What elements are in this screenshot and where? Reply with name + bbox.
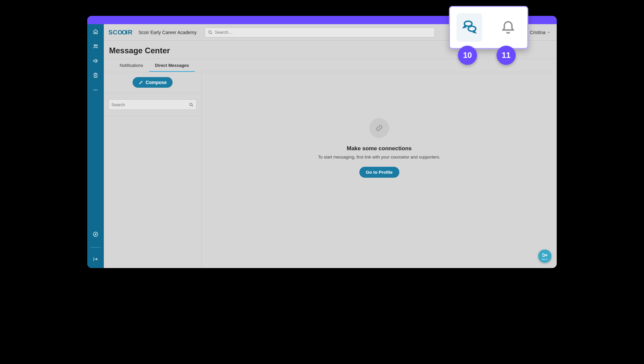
tab-notifications[interactable]: Notifications — [114, 59, 149, 72]
infinity-icon — [542, 252, 548, 258]
compose-label: Compose — [146, 80, 167, 85]
chevron-down-icon — [547, 30, 551, 34]
logo[interactable]: SCOOIR — [107, 29, 134, 36]
compose-button[interactable]: Compose — [133, 77, 173, 88]
help-button[interactable]: HELP — [538, 250, 551, 263]
content: Message Center Notifications Direct Mess… — [104, 41, 557, 268]
go-to-profile-button[interactable]: Go to Profile — [359, 167, 399, 178]
pencil-icon — [139, 80, 143, 85]
chat-icon — [462, 20, 477, 35]
conversation-search-input[interactable] — [111, 102, 187, 107]
compass-icon[interactable] — [93, 231, 99, 239]
conversation-search[interactable] — [108, 99, 197, 110]
more-icon[interactable] — [93, 87, 99, 94]
svg-point-4 — [95, 90, 96, 90]
empty-subtitle: To start messaging, first link with your… — [318, 155, 440, 159]
search-icon — [208, 30, 213, 35]
message-area: Make some connections To start messaging… — [202, 72, 557, 268]
people-icon[interactable] — [93, 43, 99, 51]
bell-icon — [501, 20, 516, 35]
annotation-badge-10: 10 — [458, 46, 477, 65]
help-label: HELP — [542, 258, 548, 260]
svg-point-5 — [97, 90, 97, 90]
link-icon — [375, 124, 383, 132]
collapse-icon[interactable] — [93, 256, 99, 263]
tab-direct-messages[interactable]: Direct Messages — [149, 59, 195, 72]
conversations-panel: Compose — [104, 72, 202, 268]
global-search-input[interactable] — [215, 30, 432, 35]
search-icon — [189, 102, 194, 107]
svg-point-6 — [93, 232, 98, 237]
user-menu[interactable]: Cristina — [530, 30, 551, 35]
annotation-popover — [449, 6, 528, 49]
svg-point-8 — [190, 103, 192, 106]
svg-point-1 — [96, 45, 98, 46]
clipboard-icon[interactable] — [93, 72, 99, 80]
app-window: SCOOIR Scoir Early Career Academy Cristi… — [87, 16, 557, 268]
megaphone-icon[interactable] — [93, 58, 99, 65]
org-name: Scoir Early Career Academy — [139, 30, 197, 35]
annotation-badge-11: 11 — [497, 46, 516, 65]
notifications-tile[interactable] — [495, 13, 521, 42]
sidebar-divider — [91, 247, 101, 248]
home-icon[interactable] — [93, 29, 99, 36]
sidebar — [87, 24, 104, 268]
svg-point-0 — [94, 45, 96, 46]
empty-state-icon — [369, 118, 389, 138]
svg-rect-2 — [94, 73, 97, 77]
user-name: Cristina — [530, 30, 545, 35]
empty-title: Make some connections — [347, 145, 412, 152]
tabs: Notifications Direct Messages — [104, 59, 557, 72]
svg-point-7 — [209, 31, 211, 33]
messages-tile[interactable] — [457, 13, 482, 42]
svg-point-3 — [94, 90, 94, 90]
global-search[interactable] — [205, 27, 435, 37]
